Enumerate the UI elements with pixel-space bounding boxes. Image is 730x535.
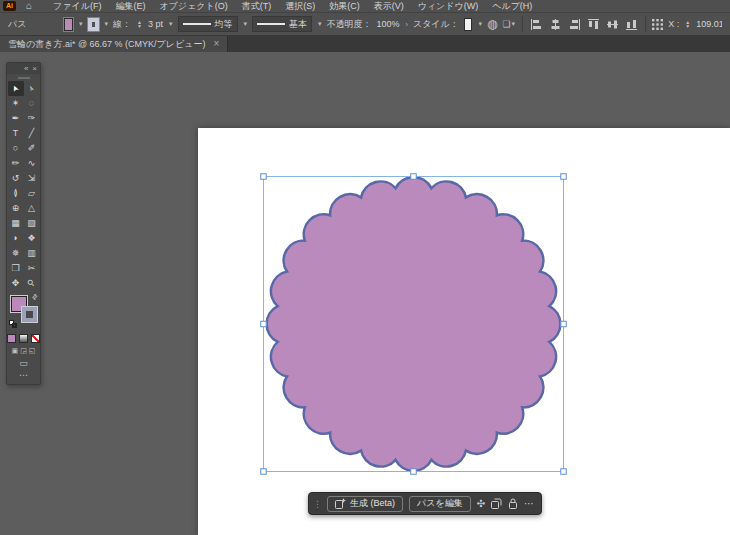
x-position-stepper[interactable]: ▲▼ (685, 20, 690, 28)
menu-item-3[interactable]: 書式(T) (235, 0, 279, 13)
align-top-icon[interactable] (587, 18, 600, 31)
document-tab[interactable]: 雪輪の書き方.ai* @ 66.67 % (CMYK/プレビュー) × (0, 36, 228, 52)
draw-mode-1-icon[interactable]: ◲ (20, 347, 27, 355)
stroke-chevron-icon[interactable]: ▾ (105, 20, 109, 28)
perspective-grid-tool[interactable]: △ (24, 201, 40, 216)
menu-item-2[interactable]: オブジェクト(O) (152, 0, 234, 13)
rotate-tool[interactable]: ↺ (8, 171, 24, 186)
scale-tool[interactable]: ⇲ (24, 171, 40, 186)
menu-item-0[interactable]: ファイル(F) (46, 0, 108, 13)
home-icon[interactable]: ⌂ (26, 1, 32, 11)
pen-tool[interactable]: ✒ (8, 111, 24, 126)
draw-mode-2-icon[interactable]: ◱ (29, 347, 36, 355)
generate-settings-icon[interactable]: ✣ (477, 498, 485, 509)
eyedropper-tool-icon: ◗ (13, 231, 18, 246)
taskbar-drag-grip[interactable]: ⋮ (313, 499, 321, 509)
free-transform-tool-icon: ▱ (28, 186, 35, 201)
draw-mode-0-icon[interactable]: ▣ (12, 347, 19, 355)
direct-selection-tool[interactable]: ➢ (24, 81, 40, 96)
blend-tool[interactable]: ❖ (24, 231, 40, 246)
generate-button[interactable]: 生成 (Beta) (327, 496, 403, 512)
fill-color-swatch[interactable] (64, 18, 73, 31)
menu-item-5[interactable]: 効果(C) (322, 0, 367, 13)
eyedropper-tool[interactable]: ◗ (8, 231, 24, 246)
pencil-tool[interactable]: ✏ (8, 156, 24, 171)
taskbar-more-icon[interactable]: ⋯ (524, 498, 534, 509)
color-button[interactable] (7, 334, 16, 343)
panel-drag-grip[interactable] (7, 74, 40, 81)
reshape-options-icon[interactable]: ❏▾ (502, 16, 515, 32)
artboard[interactable] (198, 128, 730, 535)
style-chevron-icon[interactable]: ▾ (478, 20, 482, 28)
mesh-tool[interactable]: ▦ (8, 216, 24, 231)
tab-close-icon[interactable]: × (213, 39, 219, 49)
recolor-artwork-icon[interactable]: ◍ (487, 16, 497, 32)
duplicate-icon[interactable] (491, 498, 502, 509)
magic-wand-tool[interactable]: ✶ (8, 96, 24, 111)
align-left-icon[interactable] (530, 18, 543, 31)
canvas-workspace[interactable]: « × ➤➢✶◌✒✑T╱○✐✏∿↺⇲≬▱⊕△▦▧◗❖✵▥❒✂✥⚲ ⇄ ▣◲◱ ▭… (0, 52, 730, 535)
app-logo-icon[interactable]: Ai (3, 1, 16, 11)
fill-stroke-widget: ⇄ (7, 294, 40, 332)
swap-fill-stroke-icon[interactable]: ⇄ (30, 292, 40, 302)
stroke-weight-value[interactable]: 3 pt (148, 19, 163, 29)
x-position-label: X : (668, 19, 679, 29)
menu-items: ファイル(F)編集(E)オブジェクト(O)書式(T)選択(S)効果(C)表示(V… (46, 0, 539, 13)
opacity-expander-icon[interactable]: › (406, 21, 408, 28)
edit-toolbar-icon[interactable]: ⋯ (7, 370, 40, 380)
profile-chevron-icon[interactable]: ▾ (244, 20, 248, 28)
selection-tool[interactable]: ➤ (8, 81, 24, 96)
ellipse-tool[interactable]: ○ (8, 141, 24, 156)
lasso-tool[interactable]: ◌ (24, 96, 40, 111)
lock-icon[interactable] (508, 498, 518, 509)
curvature-tool[interactable]: ✑ (24, 111, 40, 126)
align-right-icon[interactable] (568, 18, 581, 31)
reference-point-grid-icon[interactable] (652, 16, 663, 32)
zoom-tool[interactable]: ⚲ (24, 276, 40, 291)
type-tool[interactable]: T (8, 126, 24, 141)
menu-item-7[interactable]: ウィンドウ(W) (411, 0, 486, 13)
menu-item-8[interactable]: ヘルプ(H) (485, 0, 539, 13)
profile-value: 均等 (215, 18, 233, 31)
x-position-value[interactable]: 109.017 m (696, 19, 722, 29)
fill-chevron-icon[interactable]: ▾ (79, 20, 83, 28)
menu-item-1[interactable]: 編集(E) (108, 0, 152, 13)
default-fill-stroke-icon[interactable] (9, 320, 18, 329)
stroke-color-swatch[interactable] (88, 18, 99, 31)
tool-grid: ➤➢✶◌✒✑T╱○✐✏∿↺⇲≬▱⊕△▦▧◗❖✵▥❒✂✥⚲ (7, 81, 40, 291)
align-center-horizontal-icon[interactable] (549, 18, 562, 31)
align-bottom-icon[interactable] (625, 18, 638, 31)
artboard-tool[interactable]: ❒ (8, 261, 24, 276)
free-transform-tool[interactable]: ▱ (24, 186, 40, 201)
stroke-weight-stepper[interactable]: ▲▼ (137, 20, 142, 28)
column-graph-tool[interactable]: ▥ (24, 246, 40, 261)
paintbrush-tool[interactable]: ✐ (24, 141, 40, 156)
shaper-tool[interactable]: ∿ (24, 156, 40, 171)
slice-tool[interactable]: ✂ (24, 261, 40, 276)
align-middle-vertical-icon[interactable] (606, 18, 619, 31)
tools-panel-header: « × (7, 63, 40, 74)
brush-chevron-icon[interactable]: ▾ (318, 20, 322, 28)
width-profile-dropdown[interactable]: 均等 (178, 16, 238, 32)
hand-tool[interactable]: ✥ (8, 276, 24, 291)
edit-path-button[interactable]: パスを編集 (409, 496, 471, 512)
graphic-style-swatch[interactable] (464, 18, 473, 31)
panel-close-icon[interactable]: × (32, 64, 37, 73)
gradient-tool[interactable]: ▧ (24, 216, 40, 231)
brush-preview-line (257, 23, 285, 25)
gradient-button[interactable] (19, 334, 28, 343)
shape-builder-tool[interactable]: ⊕ (8, 201, 24, 216)
width-tool[interactable]: ≬ (8, 186, 24, 201)
menu-item-6[interactable]: 表示(V) (367, 0, 411, 13)
slice-tool-icon: ✂ (28, 261, 36, 276)
opacity-value[interactable]: 100% (377, 19, 400, 29)
line-segment-tool[interactable]: ╱ (24, 126, 40, 141)
symbol-sprayer-tool[interactable]: ✵ (8, 246, 24, 261)
panel-collapse-icon[interactable]: « (24, 64, 28, 73)
none-button[interactable] (31, 334, 40, 343)
stroke-swatch[interactable] (22, 307, 37, 322)
stroke-weight-chevron-icon[interactable]: ▾ (169, 20, 173, 28)
menu-item-4[interactable]: 選択(S) (278, 0, 322, 13)
brush-definition-dropdown[interactable]: 基本 (252, 16, 312, 32)
screen-mode-icon[interactable]: ▭ (7, 358, 40, 368)
